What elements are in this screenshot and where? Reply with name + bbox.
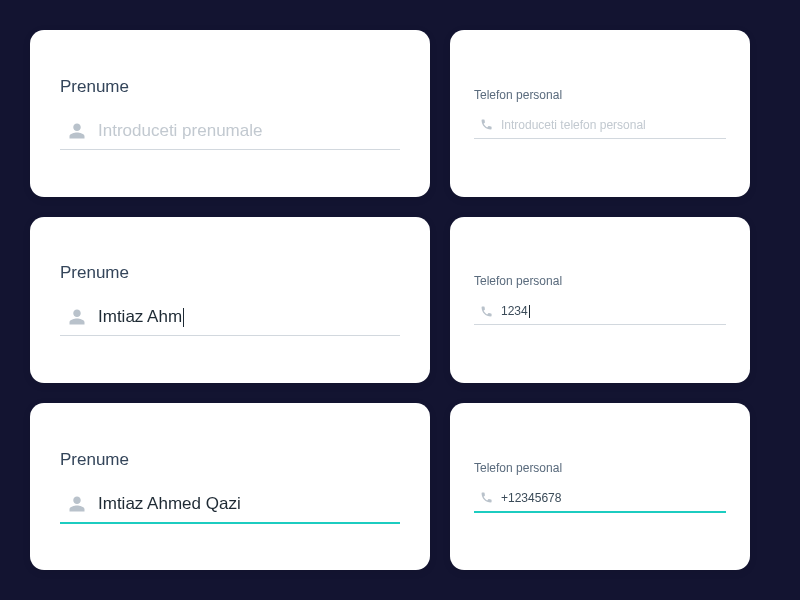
phone-icon bbox=[480, 305, 493, 318]
person-icon bbox=[68, 122, 86, 140]
card-name-empty: Prenume bbox=[30, 30, 430, 197]
input-row[interactable] bbox=[474, 489, 726, 513]
person-icon bbox=[68, 495, 86, 513]
label-phone: Telefon personal bbox=[474, 88, 726, 102]
name-input[interactable]: Imtiaz Ahm bbox=[98, 307, 400, 327]
name-input[interactable] bbox=[98, 494, 400, 514]
text-cursor bbox=[529, 305, 530, 318]
label-name: Prenume bbox=[60, 450, 400, 470]
card-phone-empty: Telefon personal bbox=[450, 30, 750, 197]
label-name: Prenume bbox=[60, 263, 400, 283]
input-states-grid: Prenume Telefon personal Prenume Imtiaz … bbox=[30, 30, 770, 570]
card-phone-filled: Telefon personal bbox=[450, 403, 750, 570]
phone-icon bbox=[480, 491, 493, 504]
input-row[interactable] bbox=[60, 117, 400, 150]
label-name: Prenume bbox=[60, 77, 400, 97]
name-input[interactable] bbox=[98, 121, 400, 141]
person-icon bbox=[68, 308, 86, 326]
label-phone: Telefon personal bbox=[474, 274, 726, 288]
card-name-typing: Prenume Imtiaz Ahm bbox=[30, 217, 430, 384]
input-row[interactable] bbox=[474, 116, 726, 139]
card-name-filled: Prenume bbox=[30, 403, 430, 570]
phone-input[interactable] bbox=[501, 491, 726, 505]
input-row[interactable]: Imtiaz Ahm bbox=[60, 303, 400, 336]
phone-input[interactable]: 1234 bbox=[501, 304, 726, 318]
card-phone-typing: Telefon personal 1234 bbox=[450, 217, 750, 384]
phone-icon bbox=[480, 118, 493, 131]
phone-input[interactable] bbox=[501, 118, 726, 132]
label-phone: Telefon personal bbox=[474, 461, 726, 475]
input-row[interactable]: 1234 bbox=[474, 302, 726, 325]
input-row[interactable] bbox=[60, 490, 400, 524]
text-cursor bbox=[183, 308, 184, 327]
